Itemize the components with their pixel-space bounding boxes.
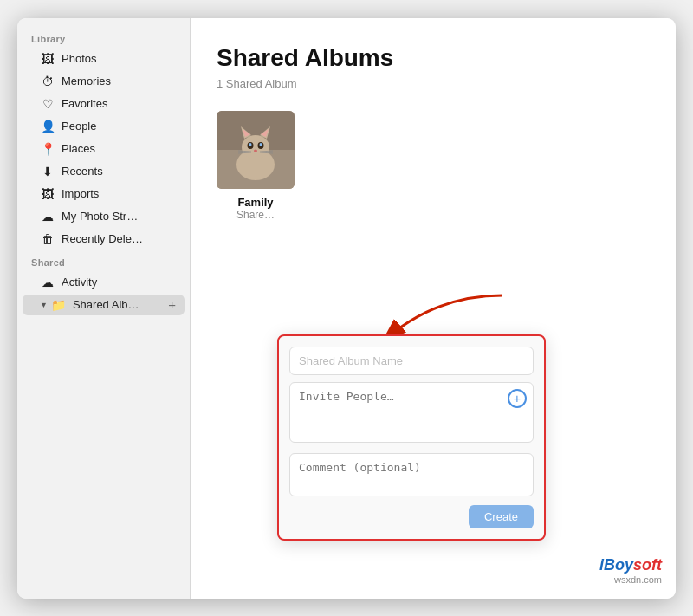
sidebar-item-photos[interactable]: 🖼 Photos [23,49,185,69]
sidebar-label-photos: Photos [62,52,176,65]
sidebar-label-imports: Imports [62,187,176,200]
favorites-icon: ♡ [40,97,55,111]
svg-point-12 [260,143,262,146]
triangle-icon: ▼ [40,301,48,309]
library-section-label: Library [17,27,190,48]
album-sub-family: Share… [236,209,275,221]
places-icon: 📍 [40,142,55,156]
sidebar-label-recently-deleted: Recently Dele… [62,232,176,245]
sidebar: Library 🖼 Photos ⏱ Memories ♡ Favorites … [17,18,191,599]
album-name-family: Family [237,196,273,209]
album-grid: Family Share… [217,111,650,221]
recents-icon: ⬇ [40,165,55,178]
watermark-soft: soft [633,556,662,574]
memories-icon: ⏱ [40,75,55,88]
popup-form: + Create [277,334,546,541]
albums-count: 1 Shared Album [217,77,650,90]
album-name-input[interactable] [289,347,534,375]
sidebar-item-shared-albums[interactable]: ▼ 📁 Shared Alb… + [23,295,185,315]
recently-deleted-icon: 🗑 [40,232,55,246]
sidebar-item-my-photo-stream[interactable]: ☁ My Photo Str… [23,206,185,227]
imports-icon: 🖼 [40,187,55,201]
activity-icon: ☁ [40,276,55,289]
add-shared-album-button[interactable]: + [168,298,176,311]
sidebar-item-imports[interactable]: 🖼 Imports [23,184,185,204]
app-window: Library 🖼 Photos ⏱ Memories ♡ Favorites … [17,18,676,599]
invite-row: + [289,382,534,446]
page-title: Shared Albums [217,44,650,72]
my-photo-stream-icon: ☁ [40,210,55,224]
watermark-domain: wsxdn.com [599,574,662,585]
comment-input[interactable] [289,453,534,496]
sidebar-item-activity[interactable]: ☁ Activity [23,272,185,293]
sidebar-label-activity: Activity [62,276,176,289]
svg-point-13 [254,149,257,152]
people-icon: 👤 [40,120,55,133]
sidebar-item-memories[interactable]: ⏱ Memories [23,71,185,92]
sidebar-item-recents[interactable]: ⬇ Recents [23,161,185,182]
photos-icon: 🖼 [40,52,55,66]
watermark-iboy: iBoy [599,556,633,574]
sidebar-label-memories: Memories [62,75,176,88]
shared-albums-icon: 📁 [51,298,67,312]
watermark: iBoysoft wsxdn.com [599,556,662,585]
sidebar-label-my-photo-stream: My Photo Str… [62,210,176,223]
main-content: Shared Albums 1 Shared Album [191,18,676,599]
cat-photo-svg [217,111,295,189]
sidebar-label-people: People [62,120,176,133]
album-item-family[interactable]: Family Share… [217,111,295,221]
invite-people-input[interactable] [289,382,534,443]
svg-point-4 [242,135,269,159]
sidebar-label-shared-albums: Shared Alb… [73,298,165,311]
sidebar-item-favorites[interactable]: ♡ Favorites [23,94,185,114]
sidebar-item-recently-deleted[interactable]: 🗑 Recently Dele… [23,229,185,250]
form-footer: Create [289,505,534,528]
sidebar-item-places[interactable]: 📍 Places [23,139,185,159]
shared-section-label: Shared [17,250,190,271]
album-thumbnail-family [217,111,295,189]
svg-point-11 [249,143,252,146]
sidebar-label-favorites: Favorites [62,97,176,110]
sidebar-item-people[interactable]: 👤 People [23,116,185,137]
create-button[interactable]: Create [469,505,534,528]
watermark-brand: iBoysoft [599,556,662,574]
sidebar-label-places: Places [62,142,176,155]
sidebar-label-recents: Recents [62,165,176,178]
invite-plus-button[interactable]: + [508,389,527,408]
